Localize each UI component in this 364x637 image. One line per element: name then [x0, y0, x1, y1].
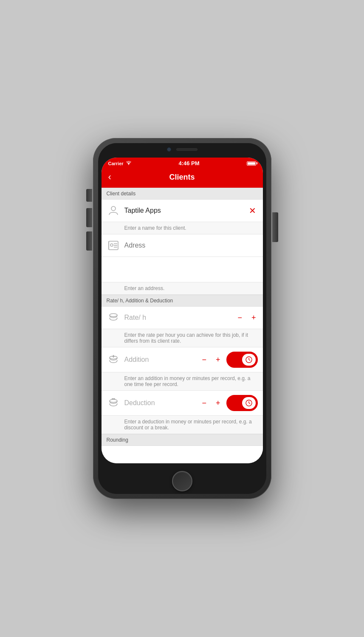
rate-hint: Enter the rate per hour you can achieve …: [102, 329, 263, 347]
client-details-header: Client details: [102, 188, 263, 200]
name-hint: Enter a name for this client.: [102, 222, 263, 234]
deduction-label: Deduction: [124, 399, 196, 407]
address-input[interactable]: [124, 242, 258, 249]
addition-controls: − +: [200, 354, 222, 366]
svg-point-1: [111, 206, 116, 211]
client-name-input[interactable]: [124, 207, 243, 214]
deduction-icon: [107, 396, 120, 410]
speaker-grille: [176, 148, 198, 151]
svg-point-8: [110, 314, 117, 317]
coins-icon: [107, 311, 120, 324]
addition-row: Addition − +: [102, 347, 263, 372]
rate-controls: − +: [236, 312, 257, 324]
svg-point-12: [233, 358, 238, 360]
deduction-plus-button[interactable]: +: [214, 397, 222, 409]
deduction-minus-button[interactable]: −: [200, 397, 208, 409]
address-icon: [107, 239, 120, 252]
back-button[interactable]: ‹: [108, 172, 111, 183]
svg-point-18: [233, 401, 238, 403]
status-time: 4:46 PM: [178, 160, 199, 166]
deduction-row: Deduction − +: [102, 391, 263, 416]
address-hint: Enter an address.: [102, 282, 263, 295]
address-row: [102, 234, 263, 257]
rate-label: Rate/ h: [124, 314, 232, 321]
carrier-label: Carrier: [108, 161, 124, 166]
svg-point-3: [110, 244, 113, 246]
battery-icon: [247, 161, 256, 166]
addition-icon: [107, 353, 120, 366]
clear-name-button[interactable]: ✕: [247, 204, 258, 217]
address-multiline-area: [102, 257, 263, 282]
addition-time-option[interactable]: [242, 354, 256, 366]
svg-point-0: [128, 164, 129, 165]
status-bar: Carrier 4:46 PM: [102, 158, 263, 168]
addition-plus-button[interactable]: +: [214, 354, 222, 366]
deduction-hint: Enter a deduction in money or minutes pe…: [102, 416, 263, 434]
front-camera: [167, 147, 171, 152]
deduction-time-option[interactable]: [242, 397, 256, 409]
addition-label: Addition: [124, 356, 196, 364]
name-row: ✕: [102, 200, 263, 222]
rate-header: Rate/ h, Addition & Deduction: [102, 295, 263, 307]
addition-toggle[interactable]: [226, 352, 258, 368]
svg-line-15: [249, 360, 250, 361]
deduction-money-option[interactable]: [229, 397, 242, 409]
svg-point-16: [110, 400, 117, 403]
svg-line-21: [249, 403, 250, 404]
deduction-controls: − +: [200, 397, 222, 409]
rate-row: Rate/ h − +: [102, 307, 263, 329]
content-area: Client details ✕ Enter a name for this c…: [102, 188, 263, 463]
home-button[interactable]: [172, 471, 192, 491]
addition-minus-button[interactable]: −: [200, 354, 208, 366]
wifi-icon: [126, 161, 132, 166]
rounding-box: [102, 446, 263, 463]
nav-bar: ‹ Clients: [102, 168, 263, 188]
nav-title: Clients: [169, 173, 195, 182]
person-icon: [107, 204, 120, 217]
rounding-header: Rounding: [102, 434, 263, 446]
rate-minus-button[interactable]: −: [236, 312, 244, 324]
rate-plus-button[interactable]: +: [250, 312, 258, 324]
addition-money-option[interactable]: [229, 354, 242, 366]
deduction-toggle[interactable]: [226, 395, 258, 411]
addition-hint: Enter an addition in money or minutes pe…: [102, 372, 263, 391]
